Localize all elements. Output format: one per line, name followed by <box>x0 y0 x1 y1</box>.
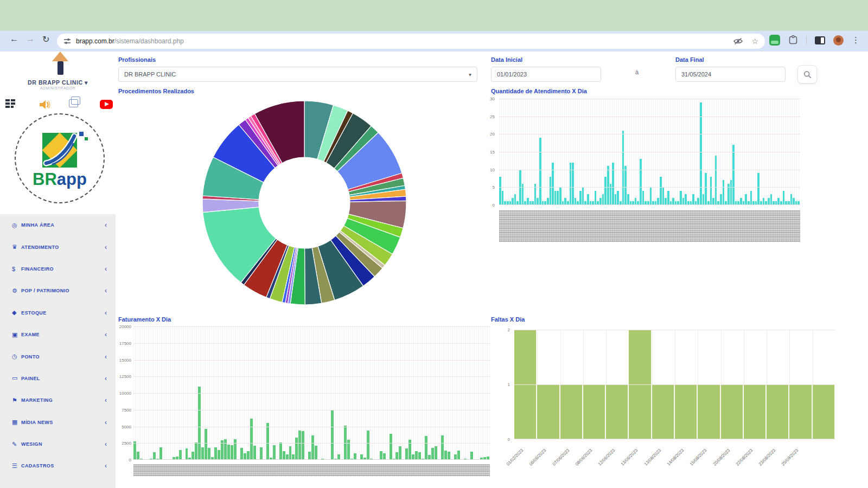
bar <box>770 194 773 205</box>
sidebar-item-m-dia-news[interactable]: ▦MÍDIA NEWS‹ <box>0 412 116 433</box>
bar <box>587 194 589 205</box>
bar <box>234 439 237 460</box>
table-grid-icon[interactable] <box>5 99 17 110</box>
gridline <box>499 170 800 170</box>
sidebar-item-wesign[interactable]: ✎WESIGN‹ <box>0 433 116 455</box>
bar <box>308 452 311 460</box>
date-end-input[interactable]: 31/05/2024 <box>675 67 786 82</box>
attendance-bar-chart: 051015202530 <box>477 92 808 247</box>
sidebar-item-financeiro[interactable]: $FINANCEIRO‹ <box>0 258 116 280</box>
bar <box>179 450 182 460</box>
sidebar-item-pop-patrimonio[interactable]: ⚙POP / PATRIMONIO‹ <box>0 280 116 301</box>
sidebar-item-estoque[interactable]: ◆ESTOQUE‹ <box>0 302 116 324</box>
sidebar-item-marketing[interactable]: ⚑MARKETING‹ <box>0 389 116 411</box>
sidebar-item-cadastros[interactable]: ☰CADASTROS‹ <box>0 455 116 477</box>
x-tick-label: 20/08/2023 <box>706 448 731 473</box>
bar <box>705 173 707 205</box>
bar <box>208 448 210 460</box>
revenue-y-axis: 02500500075001000012500150001750020000 <box>114 326 131 460</box>
clinic-logo: BRapp <box>15 113 105 203</box>
reload-icon[interactable]: ↻ <box>42 34 49 44</box>
between-label: à <box>635 69 639 75</box>
bar <box>559 187 561 205</box>
y-tick-label: 5000 <box>122 424 131 429</box>
gridline <box>499 187 800 188</box>
desktop-background <box>0 0 868 31</box>
bar <box>137 452 139 460</box>
bar <box>435 446 437 460</box>
gridline <box>133 443 490 444</box>
bar <box>425 436 427 460</box>
bar <box>615 194 617 205</box>
x-tick-label: 23/08/2023 <box>752 448 777 473</box>
copy-icon[interactable] <box>69 99 78 107</box>
gridline <box>133 343 490 344</box>
y-tick-label: 15000 <box>119 357 131 362</box>
boxes-icon: ◆ <box>12 309 21 316</box>
side-panel-icon[interactable] <box>815 36 825 44</box>
revenue-bar-chart: 02500500075001000012500150001750020000 <box>114 321 494 481</box>
bar <box>192 452 194 460</box>
user-name: DR BRAPP CLINIC <box>28 79 83 86</box>
dashboard-page: ← → ↻ brapp.com.br/sistema/dashboard.php… <box>0 0 868 488</box>
bar <box>240 448 243 460</box>
speaker-icon[interactable] <box>39 99 51 110</box>
bar <box>570 163 572 205</box>
y-tick-label: 0 <box>508 437 510 442</box>
gridline <box>133 376 490 377</box>
sidebar-item-painel[interactable]: ▭PAINEL‹ <box>0 368 116 389</box>
address-bar[interactable]: brapp.com.br/sistema/dashboard.php ☆ <box>57 34 765 49</box>
y-tick-label: 10000 <box>119 391 131 396</box>
bar <box>710 177 712 205</box>
attendance-x-labels-band <box>499 210 800 242</box>
extension-icon[interactable] <box>788 35 798 45</box>
youtube-icon[interactable] <box>100 100 113 109</box>
bar <box>557 191 559 205</box>
dollar-icon: $ <box>12 266 21 272</box>
chevron-left-icon: ‹ <box>105 440 107 448</box>
bar <box>444 451 447 460</box>
search-button[interactable] <box>797 65 817 84</box>
x-tick-label: 01/02/2023 <box>499 448 524 473</box>
sidebar-item-minha-rea[interactable]: ◎MINHA ÁREA‹ <box>0 214 116 236</box>
adblock-extension-icon[interactable] <box>769 35 780 46</box>
y-tick-label: 30 <box>490 97 495 101</box>
user-name-dropdown[interactable]: DR BRAPP CLINIC ▾ <box>0 79 116 86</box>
x-tick-label: 13/08/2023 <box>637 448 662 473</box>
sidebar-item-label: POP / PATRIMONIO <box>21 288 105 293</box>
forward-icon[interactable]: → <box>26 34 35 44</box>
date-start-input[interactable]: 01/01/2023 <box>491 67 601 82</box>
bar <box>205 429 207 460</box>
sidebar-item-exame[interactable]: ▣EXAME‹ <box>0 324 116 345</box>
absences-plot <box>514 330 835 439</box>
bar <box>721 384 743 439</box>
bar <box>395 452 398 460</box>
bar <box>153 452 156 460</box>
browser-menu-dots-icon[interactable]: ⋮ <box>852 35 860 45</box>
user-avatar[interactable] <box>50 52 71 75</box>
bar <box>418 452 421 460</box>
bar <box>253 446 256 460</box>
sidebar-item-label: WESIGN <box>21 441 105 447</box>
search-icon <box>803 70 812 79</box>
bar <box>431 448 434 460</box>
professionals-value: DR BRAPP CLINIC <box>124 71 176 78</box>
bar <box>502 191 504 205</box>
chevron-left-icon: ‹ <box>105 353 107 361</box>
eye-off-icon[interactable] <box>733 37 743 45</box>
bar <box>415 451 418 460</box>
bookmark-star-icon[interactable]: ☆ <box>751 37 758 46</box>
bar <box>266 423 269 460</box>
sidebar-item-atendimento[interactable]: ♛ATENDIMENTO‹ <box>0 236 116 258</box>
tune-icon[interactable] <box>63 37 71 45</box>
professionals-select[interactable]: DR BRAPP CLINIC ▾ <box>118 67 477 82</box>
x-tick-label: 14/08/2023 <box>660 448 685 473</box>
chevron-left-icon: ‹ <box>105 265 107 273</box>
megaphone-icon: ⚑ <box>12 397 21 404</box>
back-icon[interactable]: ← <box>10 34 18 44</box>
absences-y-axis: 012 <box>499 330 510 439</box>
toolbar-divider <box>806 36 807 44</box>
database-icon: ☰ <box>12 463 21 470</box>
browser-profile-avatar[interactable] <box>833 35 844 46</box>
sidebar-item-ponto[interactable]: ◷PONTO‹ <box>0 345 116 367</box>
